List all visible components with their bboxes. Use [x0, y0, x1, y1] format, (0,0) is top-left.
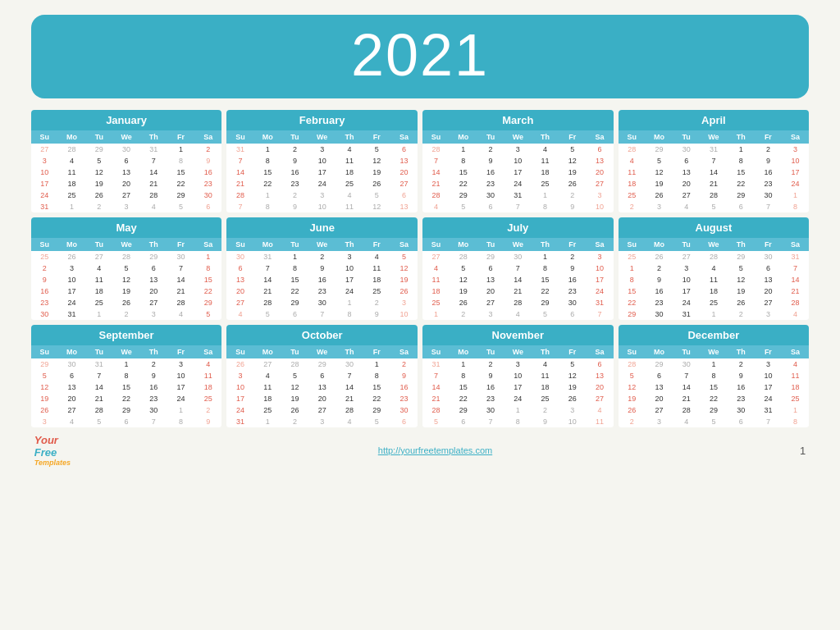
- day-cell: 4: [504, 308, 532, 320]
- day-cell: 2: [450, 308, 477, 320]
- day-header-th: Th: [336, 345, 363, 358]
- day-header-su: Su: [226, 238, 253, 251]
- day-cell: 20: [646, 393, 673, 404]
- day-cell: 3: [504, 358, 532, 370]
- month-block-january: JanuarySuMoTuWeThFrSa2728293031123456789…: [31, 110, 222, 212]
- day-headers: SuMoTuWeThFrSa: [422, 345, 614, 358]
- day-cell: 29: [450, 189, 477, 201]
- day-cell: 29: [728, 189, 755, 201]
- day-cell: 13: [586, 370, 613, 381]
- day-cell: 11: [194, 370, 221, 381]
- day-cell: 19: [112, 285, 139, 297]
- day-cell: 15: [112, 381, 139, 393]
- day-cell: 4: [140, 201, 167, 212]
- day-cell: 19: [390, 274, 418, 285]
- day-cell: 19: [559, 381, 586, 393]
- day-cell: 30: [755, 189, 782, 201]
- day-cell: 27: [477, 297, 504, 308]
- day-cell: 28: [619, 144, 646, 155]
- day-cell: 27: [31, 144, 58, 155]
- day-cell: 18: [619, 178, 646, 189]
- day-cell: 23: [477, 393, 504, 404]
- day-cell: 11: [336, 155, 363, 167]
- day-header-mo: Mo: [58, 345, 85, 358]
- day-cell: 17: [782, 167, 809, 178]
- day-cell: 3: [559, 404, 586, 416]
- day-cell: 18: [58, 178, 85, 189]
- day-cell: 6: [755, 262, 782, 274]
- day-cell: 26: [559, 178, 586, 189]
- month-block-december: DecemberSuMoTuWeThFrSa282930123456789101…: [619, 325, 810, 427]
- day-cell: 28: [422, 404, 450, 416]
- day-cell: 4: [422, 262, 450, 274]
- day-cell: 4: [194, 358, 221, 370]
- day-cell: 4: [58, 155, 85, 167]
- day-cell: 26: [728, 297, 755, 308]
- day-cell: 9: [281, 155, 308, 167]
- day-cell: 6: [112, 416, 139, 427]
- day-cell: 17: [586, 274, 613, 285]
- day-cell: 4: [782, 358, 809, 370]
- day-header-th: Th: [140, 130, 167, 144]
- day-cell: 15: [450, 381, 477, 393]
- day-cell: 4: [422, 201, 450, 212]
- day-cell: 5: [532, 308, 559, 320]
- day-cell: 1: [700, 308, 727, 320]
- day-cell: 5: [363, 144, 390, 155]
- month-header: December: [619, 325, 810, 345]
- day-cell: 5: [112, 262, 139, 274]
- day-cell: 17: [504, 167, 532, 178]
- day-cell: 6: [112, 155, 139, 167]
- day-cell: 28: [504, 297, 532, 308]
- day-cell: 24: [31, 189, 58, 201]
- footer-url[interactable]: http://yourfreetemplates.com: [378, 445, 492, 455]
- day-cell: 17: [226, 393, 253, 404]
- days-grid: 2829303112345678910111213141516171819202…: [619, 144, 810, 212]
- day-cell: 25: [700, 297, 727, 308]
- day-header-we: We: [112, 130, 139, 144]
- day-cell: 5: [450, 262, 477, 274]
- day-header-we: We: [504, 345, 532, 358]
- day-header-sa: Sa: [194, 238, 221, 251]
- day-header-we: We: [700, 345, 727, 358]
- day-cell: 14: [782, 274, 809, 285]
- day-cell: 5: [728, 262, 755, 274]
- day-cell: 25: [532, 393, 559, 404]
- day-header-mo: Mo: [646, 130, 673, 144]
- day-cell: 22: [450, 393, 477, 404]
- day-cell: 1: [504, 404, 532, 416]
- month-header: April: [619, 110, 810, 130]
- day-header-sa: Sa: [586, 130, 613, 144]
- day-header-su: Su: [226, 345, 253, 358]
- day-cell: 1: [58, 201, 85, 212]
- day-cell: 20: [586, 381, 613, 393]
- day-cell: 2: [85, 201, 112, 212]
- day-cell: 23: [31, 297, 58, 308]
- day-header-we: We: [504, 130, 532, 144]
- day-cell: 7: [504, 262, 532, 274]
- day-cell: 14: [140, 167, 167, 178]
- day-cell: 23: [140, 393, 167, 404]
- day-cell: 30: [673, 144, 700, 155]
- day-cell: 27: [586, 393, 613, 404]
- day-cell: 12: [559, 155, 586, 167]
- day-cell: 24: [308, 178, 336, 189]
- day-cell: 28: [422, 189, 450, 201]
- day-cell: 7: [700, 155, 727, 167]
- days-grid: 3112345678910111213141516171819202122232…: [226, 144, 418, 212]
- day-cell: 19: [728, 285, 755, 297]
- logo-your: Your: [34, 434, 58, 446]
- day-cell: 2: [31, 262, 58, 274]
- day-header-th: Th: [140, 345, 167, 358]
- day-cell: 16: [728, 381, 755, 393]
- day-cell: 18: [85, 285, 112, 297]
- day-cell: 11: [532, 155, 559, 167]
- day-cell: 26: [619, 404, 646, 416]
- day-cell: 3: [308, 189, 336, 201]
- day-cell: 20: [226, 285, 253, 297]
- day-cell: 23: [308, 285, 336, 297]
- day-cell: 29: [167, 189, 194, 201]
- day-cell: 6: [390, 416, 418, 427]
- day-cell: 19: [85, 178, 112, 189]
- day-cell: 24: [504, 178, 532, 189]
